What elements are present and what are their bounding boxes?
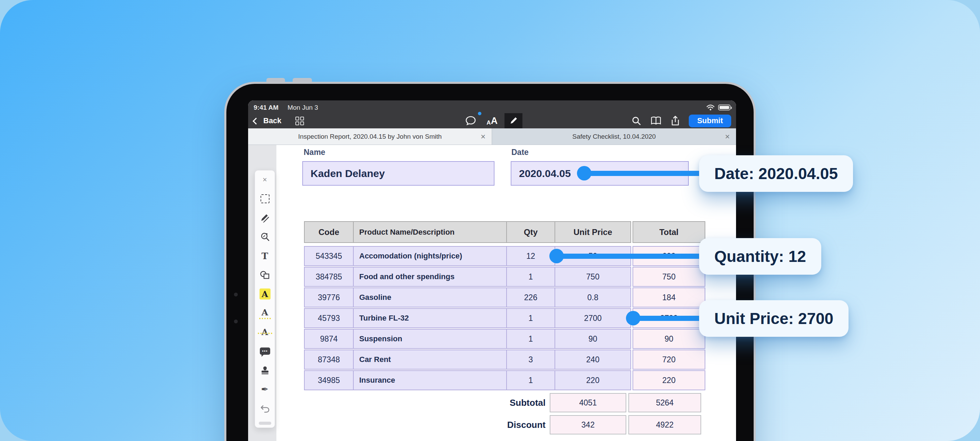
cell-unit-price[interactable]: 90 bbox=[555, 329, 631, 349]
header-qty: Qty bbox=[506, 221, 555, 243]
cell-unit-price[interactable]: 750 bbox=[555, 267, 631, 287]
close-icon[interactable]: × bbox=[725, 132, 730, 141]
unit-price-callout: Unit Price: 2700 bbox=[699, 300, 848, 337]
back-button[interactable]: Back bbox=[263, 116, 282, 125]
highlight-tool[interactable]: A bbox=[259, 288, 271, 300]
underline-tool[interactable]: A bbox=[259, 307, 271, 319]
cell-product[interactable]: Car Rent bbox=[353, 350, 507, 369]
annotate-pen-button[interactable] bbox=[504, 113, 522, 128]
submit-button[interactable]: Submit bbox=[689, 115, 731, 127]
table-row: 9874 Suspension 1 90 90 bbox=[304, 329, 708, 349]
unit-price-slider-handle[interactable] bbox=[626, 311, 640, 325]
cell-code[interactable]: 384785 bbox=[304, 267, 354, 287]
cell-qty[interactable]: 1 bbox=[506, 308, 555, 328]
status-time: 9:41 AM bbox=[254, 104, 278, 111]
cell-total[interactable]: 720 bbox=[633, 350, 705, 369]
ipad-screen: 9:41 AM Mon Jun 3 Back bbox=[248, 100, 736, 441]
wifi-icon bbox=[706, 105, 714, 111]
select-tool[interactable] bbox=[259, 193, 271, 205]
header-unit-price: Unit Price bbox=[555, 221, 631, 243]
cell-code[interactable]: 9874 bbox=[304, 329, 354, 349]
camera-dot bbox=[234, 293, 238, 296]
table-row: 384785 Food and other spendings 1 750 75… bbox=[304, 267, 708, 287]
status-date: Mon Jun 3 bbox=[288, 104, 318, 111]
subtotal-row: Subtotal 4051 5264 bbox=[304, 393, 708, 412]
cell-product[interactable]: Turbine FL-32 bbox=[353, 308, 507, 328]
cell-product[interactable]: Food and other spendings bbox=[353, 267, 507, 287]
close-icon[interactable]: × bbox=[481, 132, 485, 141]
name-label: Name bbox=[304, 148, 325, 157]
cell-qty[interactable]: 1 bbox=[506, 370, 555, 390]
cell-qty[interactable]: 12 bbox=[506, 246, 555, 266]
date-callout: Date: 2020.04.05 bbox=[699, 155, 853, 192]
cell-code[interactable]: 87348 bbox=[304, 350, 354, 369]
comment-tool[interactable]: ••• bbox=[259, 345, 271, 357]
cell-product[interactable]: Insurance bbox=[353, 370, 507, 390]
top-toolbar: Back AA bbox=[248, 113, 736, 128]
battery-icon bbox=[718, 105, 730, 110]
drag-handle[interactable] bbox=[259, 422, 271, 425]
document-tabs: Inspection Report, 2020.04.15 by John vo… bbox=[248, 128, 736, 145]
table-row: 34985 Insurance 1 220 220 bbox=[304, 370, 708, 390]
cell-unit-price[interactable]: 2700 bbox=[555, 308, 631, 328]
cell-qty[interactable]: 3 bbox=[506, 350, 555, 369]
cell-total[interactable]: 750 bbox=[633, 267, 705, 287]
thumbnails-grid-icon[interactable] bbox=[295, 117, 304, 125]
cell-unit-price[interactable]: 220 bbox=[555, 370, 631, 390]
cell-code[interactable]: 45793 bbox=[304, 308, 354, 328]
quantity-callout: Quantity: 12 bbox=[699, 238, 821, 275]
pens-tool[interactable] bbox=[259, 212, 271, 224]
status-bar: 9:41 AM Mon Jun 3 bbox=[248, 100, 736, 113]
cell-product[interactable]: Suspension bbox=[353, 329, 507, 349]
undo-icon[interactable] bbox=[259, 403, 271, 414]
header-total: Total bbox=[633, 221, 705, 243]
cell-qty[interactable]: 1 bbox=[506, 329, 555, 349]
cell-total[interactable]: 184 bbox=[633, 287, 705, 307]
text-style-button[interactable]: AA bbox=[483, 113, 501, 128]
name-field[interactable]: Kaden Delaney bbox=[302, 161, 495, 186]
signature-pen-icon[interactable]: ✒ bbox=[259, 384, 271, 395]
cell-product[interactable]: Gasoline bbox=[353, 287, 507, 307]
cell-qty[interactable]: 226 bbox=[506, 287, 555, 307]
cell-unit-price[interactable]: 240 bbox=[555, 350, 631, 369]
table-row: 39776 Gasoline 226 0.8 184 bbox=[304, 287, 708, 307]
date-slider-handle[interactable] bbox=[577, 166, 592, 180]
unit-price-slider-track[interactable] bbox=[633, 316, 707, 321]
camera-dot bbox=[234, 320, 238, 323]
loupe-tool[interactable] bbox=[259, 231, 271, 243]
close-icon[interactable]: × bbox=[259, 174, 271, 186]
cell-product[interactable]: Accomodation (nights/price) bbox=[353, 246, 507, 266]
cell-code[interactable]: 543345 bbox=[304, 246, 354, 266]
subtotal-unit-cell[interactable]: 4051 bbox=[550, 393, 626, 412]
tab-inspection-report[interactable]: Inspection Report, 2020.04.15 by John vo… bbox=[248, 128, 492, 145]
text-tool[interactable]: T bbox=[259, 250, 271, 262]
stamp-tool[interactable] bbox=[259, 365, 271, 376]
quantity-slider-handle[interactable] bbox=[549, 249, 564, 263]
discount-unit-cell[interactable]: 342 bbox=[550, 415, 626, 435]
header-code: Code bbox=[304, 221, 354, 243]
cell-total[interactable]: 220 bbox=[633, 370, 705, 390]
tab-label: Inspection Report, 2020.04.15 by John vo… bbox=[298, 133, 442, 140]
strikeout-tool[interactable]: A bbox=[259, 326, 271, 338]
cell-unit-price[interactable]: 0.8 bbox=[555, 287, 631, 307]
date-slider-track[interactable] bbox=[584, 171, 708, 176]
discount-label: Discount bbox=[304, 415, 550, 435]
table-row: 87348 Car Rent 3 240 720 bbox=[304, 350, 708, 369]
tab-safety-checklist[interactable]: Safety Checklist, 10.04.2020 × bbox=[492, 128, 736, 145]
share-icon[interactable] bbox=[671, 116, 680, 126]
cell-total[interactable]: 90 bbox=[633, 329, 705, 349]
notification-dot bbox=[478, 112, 481, 115]
subtotal-total-cell[interactable]: 5264 bbox=[628, 393, 701, 412]
search-icon[interactable] bbox=[632, 116, 641, 126]
invoice-table: Code Product Name/Description Qty Unit P… bbox=[304, 221, 708, 435]
comments-button[interactable] bbox=[462, 113, 480, 128]
shapes-tool[interactable] bbox=[259, 269, 271, 281]
reader-book-icon[interactable] bbox=[650, 116, 662, 125]
cell-qty[interactable]: 1 bbox=[506, 267, 555, 287]
document-page: Name Kaden Delaney Date 2020.04.05 Code … bbox=[277, 145, 736, 441]
header-product: Product Name/Description bbox=[353, 221, 507, 243]
cell-code[interactable]: 34985 bbox=[304, 370, 354, 390]
cell-code[interactable]: 39776 bbox=[304, 287, 354, 307]
discount-total-cell[interactable]: 4922 bbox=[628, 415, 701, 435]
quantity-slider-track[interactable] bbox=[557, 254, 705, 259]
